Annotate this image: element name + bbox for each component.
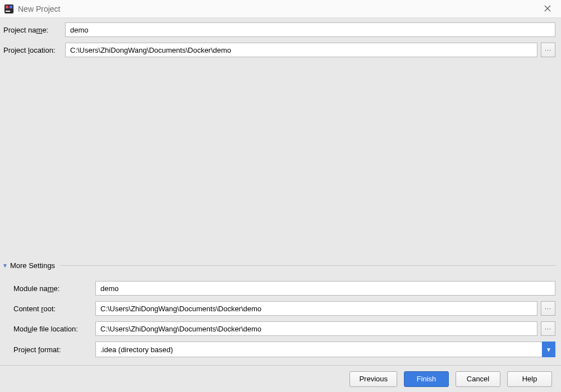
- project-format-row: Project format: .idea (directory based) …: [12, 342, 555, 357]
- titlebar: New Project: [0, 0, 561, 18]
- more-settings-body: Module name: Content root: ··· Module fi…: [2, 273, 555, 357]
- more-settings-section: ▼ More Settings Module name: Content roo…: [2, 260, 555, 363]
- help-button[interactable]: Help: [507, 371, 552, 387]
- svg-rect-1: [6, 6, 8, 8]
- content-root-browse-button[interactable]: ···: [541, 301, 555, 316]
- project-format-select[interactable]: .idea (directory based) ▼: [95, 342, 555, 357]
- svg-rect-2: [10, 6, 12, 8]
- module-name-input[interactable]: [95, 281, 555, 296]
- close-button[interactable]: [536, 0, 559, 17]
- project-name-row: Project name:: [2, 22, 555, 37]
- module-name-label: Module name:: [12, 284, 95, 293]
- app-icon: [4, 4, 13, 13]
- project-format-selected: .idea (directory based): [95, 342, 555, 357]
- project-name-label: Project name:: [2, 26, 65, 34]
- button-bar: Previous Finish Cancel Help: [0, 365, 561, 392]
- project-location-row: Project location: ···: [2, 43, 555, 57]
- more-settings-toggle[interactable]: ▼ More Settings: [2, 260, 555, 271]
- ellipsis-icon: ···: [545, 325, 551, 332]
- previous-button[interactable]: Previous: [350, 371, 397, 387]
- finish-button[interactable]: Finish: [404, 371, 449, 387]
- disclosure-triangle-icon: ▼: [2, 262, 8, 269]
- content-root-row: Content root: ···: [12, 301, 555, 316]
- ellipsis-icon: ···: [545, 47, 551, 53]
- section-divider: [61, 265, 555, 266]
- project-location-browse-button[interactable]: ···: [541, 43, 555, 57]
- content-root-input[interactable]: [95, 301, 537, 316]
- module-name-row: Module name:: [12, 281, 555, 296]
- content-root-label: Content root:: [12, 305, 95, 313]
- project-format-label: Project format:: [12, 345, 95, 354]
- svg-rect-3: [6, 11, 10, 12]
- window-title: New Project: [18, 4, 60, 13]
- close-icon: [544, 5, 551, 12]
- module-file-location-browse-button[interactable]: ···: [541, 321, 555, 336]
- module-file-location-input[interactable]: [95, 321, 537, 336]
- module-file-location-label: Module file location:: [12, 325, 95, 333]
- project-location-label: Project location:: [2, 46, 65, 54]
- project-location-input[interactable]: [65, 43, 537, 57]
- cancel-button[interactable]: Cancel: [456, 371, 500, 387]
- ellipsis-icon: ···: [545, 305, 551, 312]
- more-settings-label: More Settings: [10, 261, 55, 270]
- module-file-location-row: Module file location: ···: [12, 321, 555, 336]
- project-name-input[interactable]: [65, 22, 555, 37]
- dialog-body: Project name: Project location: ··· ▼ Mo…: [0, 18, 561, 365]
